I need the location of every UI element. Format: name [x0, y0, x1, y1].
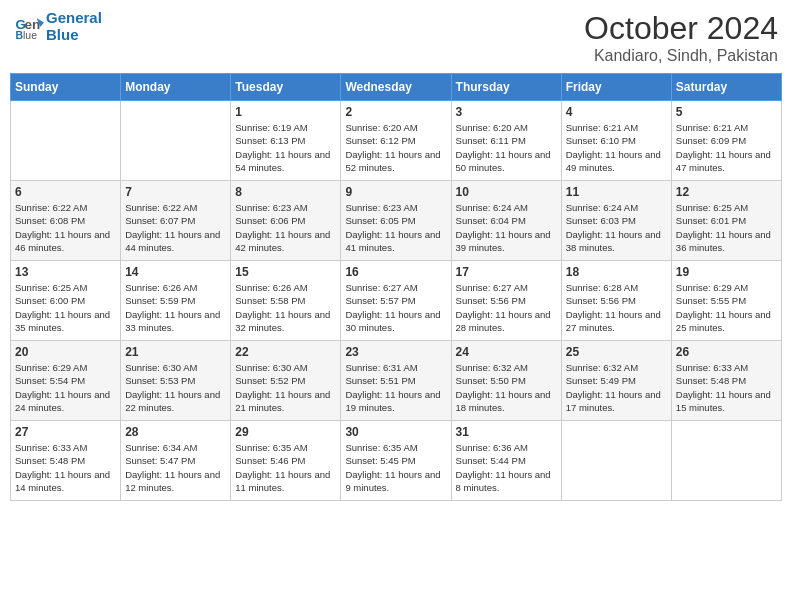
day-info: Sunrise: 6:32 AMSunset: 5:49 PMDaylight:…: [566, 361, 667, 414]
day-number: 8: [235, 185, 336, 199]
day-info: Sunrise: 6:27 AMSunset: 5:57 PMDaylight:…: [345, 281, 446, 334]
day-info: Sunrise: 6:31 AMSunset: 5:51 PMDaylight:…: [345, 361, 446, 414]
calendar-week-2: 6Sunrise: 6:22 AMSunset: 6:08 PMDaylight…: [11, 181, 782, 261]
calendar-day: 2Sunrise: 6:20 AMSunset: 6:12 PMDaylight…: [341, 101, 451, 181]
day-number: 14: [125, 265, 226, 279]
calendar-day: 27Sunrise: 6:33 AMSunset: 5:48 PMDayligh…: [11, 421, 121, 501]
day-number: 10: [456, 185, 557, 199]
day-info: Sunrise: 6:24 AMSunset: 6:03 PMDaylight:…: [566, 201, 667, 254]
day-info: Sunrise: 6:22 AMSunset: 6:08 PMDaylight:…: [15, 201, 116, 254]
day-number: 9: [345, 185, 446, 199]
calendar-day: 21Sunrise: 6:30 AMSunset: 5:53 PMDayligh…: [121, 341, 231, 421]
day-number: 7: [125, 185, 226, 199]
day-number: 23: [345, 345, 446, 359]
calendar-day: [121, 101, 231, 181]
calendar-day: 12Sunrise: 6:25 AMSunset: 6:01 PMDayligh…: [671, 181, 781, 261]
calendar-week-3: 13Sunrise: 6:25 AMSunset: 6:00 PMDayligh…: [11, 261, 782, 341]
calendar-day: [11, 101, 121, 181]
day-number: 15: [235, 265, 336, 279]
column-header-tuesday: Tuesday: [231, 74, 341, 101]
day-info: Sunrise: 6:26 AMSunset: 5:58 PMDaylight:…: [235, 281, 336, 334]
day-info: Sunrise: 6:22 AMSunset: 6:07 PMDaylight:…: [125, 201, 226, 254]
day-number: 17: [456, 265, 557, 279]
day-info: Sunrise: 6:30 AMSunset: 5:53 PMDaylight:…: [125, 361, 226, 414]
day-number: 3: [456, 105, 557, 119]
calendar-day: 24Sunrise: 6:32 AMSunset: 5:50 PMDayligh…: [451, 341, 561, 421]
column-header-thursday: Thursday: [451, 74, 561, 101]
calendar-day: 11Sunrise: 6:24 AMSunset: 6:03 PMDayligh…: [561, 181, 671, 261]
column-header-friday: Friday: [561, 74, 671, 101]
title-block: October 2024 Kandiaro, Sindh, Pakistan: [584, 10, 778, 65]
calendar-day: 28Sunrise: 6:34 AMSunset: 5:47 PMDayligh…: [121, 421, 231, 501]
day-info: Sunrise: 6:20 AMSunset: 6:12 PMDaylight:…: [345, 121, 446, 174]
calendar-day: 8Sunrise: 6:23 AMSunset: 6:06 PMDaylight…: [231, 181, 341, 261]
calendar-day: 25Sunrise: 6:32 AMSunset: 5:49 PMDayligh…: [561, 341, 671, 421]
day-number: 16: [345, 265, 446, 279]
day-number: 19: [676, 265, 777, 279]
page-subtitle: Kandiaro, Sindh, Pakistan: [584, 47, 778, 65]
day-number: 22: [235, 345, 336, 359]
day-number: 1: [235, 105, 336, 119]
day-number: 13: [15, 265, 116, 279]
day-info: Sunrise: 6:20 AMSunset: 6:11 PMDaylight:…: [456, 121, 557, 174]
calendar-day: 18Sunrise: 6:28 AMSunset: 5:56 PMDayligh…: [561, 261, 671, 341]
column-header-monday: Monday: [121, 74, 231, 101]
page-header: G en B lue General Blue October 2024 Kan…: [10, 10, 782, 65]
calendar-day: 5Sunrise: 6:21 AMSunset: 6:09 PMDaylight…: [671, 101, 781, 181]
day-info: Sunrise: 6:35 AMSunset: 5:46 PMDaylight:…: [235, 441, 336, 494]
calendar-day: 29Sunrise: 6:35 AMSunset: 5:46 PMDayligh…: [231, 421, 341, 501]
day-info: Sunrise: 6:29 AMSunset: 5:55 PMDaylight:…: [676, 281, 777, 334]
calendar-day: 23Sunrise: 6:31 AMSunset: 5:51 PMDayligh…: [341, 341, 451, 421]
calendar-week-4: 20Sunrise: 6:29 AMSunset: 5:54 PMDayligh…: [11, 341, 782, 421]
day-info: Sunrise: 6:27 AMSunset: 5:56 PMDaylight:…: [456, 281, 557, 334]
day-number: 18: [566, 265, 667, 279]
calendar-day: 4Sunrise: 6:21 AMSunset: 6:10 PMDaylight…: [561, 101, 671, 181]
calendar-day: 9Sunrise: 6:23 AMSunset: 6:05 PMDaylight…: [341, 181, 451, 261]
calendar-day: 14Sunrise: 6:26 AMSunset: 5:59 PMDayligh…: [121, 261, 231, 341]
day-number: 29: [235, 425, 336, 439]
day-info: Sunrise: 6:34 AMSunset: 5:47 PMDaylight:…: [125, 441, 226, 494]
logo: G en B lue General Blue: [14, 10, 102, 43]
day-number: 24: [456, 345, 557, 359]
day-info: Sunrise: 6:21 AMSunset: 6:10 PMDaylight:…: [566, 121, 667, 174]
day-info: Sunrise: 6:26 AMSunset: 5:59 PMDaylight:…: [125, 281, 226, 334]
day-number: 30: [345, 425, 446, 439]
calendar-week-1: 1Sunrise: 6:19 AMSunset: 6:13 PMDaylight…: [11, 101, 782, 181]
day-info: Sunrise: 6:30 AMSunset: 5:52 PMDaylight:…: [235, 361, 336, 414]
calendar-day: 7Sunrise: 6:22 AMSunset: 6:07 PMDaylight…: [121, 181, 231, 261]
day-number: 6: [15, 185, 116, 199]
svg-text:lue: lue: [23, 29, 37, 41]
calendar-day: 16Sunrise: 6:27 AMSunset: 5:57 PMDayligh…: [341, 261, 451, 341]
day-info: Sunrise: 6:23 AMSunset: 6:05 PMDaylight:…: [345, 201, 446, 254]
day-number: 11: [566, 185, 667, 199]
calendar-day: [561, 421, 671, 501]
calendar-day: 3Sunrise: 6:20 AMSunset: 6:11 PMDaylight…: [451, 101, 561, 181]
calendar-day: 15Sunrise: 6:26 AMSunset: 5:58 PMDayligh…: [231, 261, 341, 341]
day-info: Sunrise: 6:23 AMSunset: 6:06 PMDaylight:…: [235, 201, 336, 254]
day-number: 20: [15, 345, 116, 359]
day-number: 31: [456, 425, 557, 439]
calendar-day: 1Sunrise: 6:19 AMSunset: 6:13 PMDaylight…: [231, 101, 341, 181]
calendar-day: 10Sunrise: 6:24 AMSunset: 6:04 PMDayligh…: [451, 181, 561, 261]
page-title: October 2024: [584, 10, 778, 47]
day-info: Sunrise: 6:35 AMSunset: 5:45 PMDaylight:…: [345, 441, 446, 494]
day-info: Sunrise: 6:33 AMSunset: 5:48 PMDaylight:…: [15, 441, 116, 494]
day-number: 27: [15, 425, 116, 439]
calendar-week-5: 27Sunrise: 6:33 AMSunset: 5:48 PMDayligh…: [11, 421, 782, 501]
day-number: 5: [676, 105, 777, 119]
calendar-day: 31Sunrise: 6:36 AMSunset: 5:44 PMDayligh…: [451, 421, 561, 501]
day-info: Sunrise: 6:36 AMSunset: 5:44 PMDaylight:…: [456, 441, 557, 494]
calendar-day: 6Sunrise: 6:22 AMSunset: 6:08 PMDaylight…: [11, 181, 121, 261]
calendar-day: 17Sunrise: 6:27 AMSunset: 5:56 PMDayligh…: [451, 261, 561, 341]
calendar-day: 22Sunrise: 6:30 AMSunset: 5:52 PMDayligh…: [231, 341, 341, 421]
day-number: 25: [566, 345, 667, 359]
calendar-day: 13Sunrise: 6:25 AMSunset: 6:00 PMDayligh…: [11, 261, 121, 341]
logo-icon: G en B lue: [14, 12, 44, 42]
calendar-day: 30Sunrise: 6:35 AMSunset: 5:45 PMDayligh…: [341, 421, 451, 501]
day-info: Sunrise: 6:29 AMSunset: 5:54 PMDaylight:…: [15, 361, 116, 414]
day-number: 28: [125, 425, 226, 439]
logo-general: General: [46, 9, 102, 26]
day-number: 21: [125, 345, 226, 359]
calendar-day: 20Sunrise: 6:29 AMSunset: 5:54 PMDayligh…: [11, 341, 121, 421]
day-info: Sunrise: 6:19 AMSunset: 6:13 PMDaylight:…: [235, 121, 336, 174]
